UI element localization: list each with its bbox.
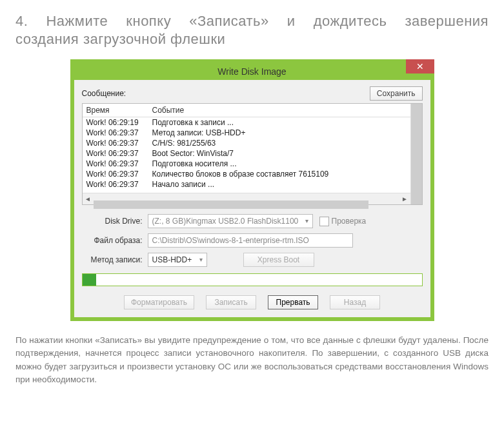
log-time: Work! 06:29:37 [86, 180, 152, 189]
close-icon: ✕ [416, 61, 424, 72]
file-image-label: Файл образа: [82, 236, 148, 245]
log-event: Начало записи ... [152, 180, 407, 189]
col-event-header[interactable]: Событие [152, 106, 407, 115]
scroll-left-icon[interactable]: ◄ [83, 193, 94, 204]
log-time: Work! 06:29:37 [86, 128, 152, 137]
scroll-right-icon[interactable]: ► [399, 193, 410, 204]
verify-checkbox[interactable] [319, 217, 329, 226]
chevron-down-icon: ▾ [305, 217, 308, 224]
log-row: Work! 06:29:37 C/H/S: 981/255/63 [83, 138, 410, 148]
log-row: Work! 06:29:19 Подготовка к записи ... [83, 117, 410, 128]
log-row: Work! 06:29:37 Boot Sector: WinVista/7 [83, 148, 410, 159]
window-title: Write Disk Image [74, 66, 430, 77]
log-time: Work! 06:29:37 [86, 149, 152, 158]
chevron-down-icon: ▾ [199, 256, 203, 263]
horizontal-scrollbar[interactable]: ◄ ► [83, 193, 410, 204]
log-row: Work! 06:29:37 Метод записи: USB-HDD+ [83, 128, 410, 138]
page-heading-line1: 4. Нажмите кнопку «Записать» и дождитесь… [15, 13, 489, 30]
log-time: Work! 06:29:19 [86, 118, 152, 127]
log-event: Метод записи: USB-HDD+ [152, 128, 407, 137]
log-body: Work! 06:29:19 Подготовка к записи ... W… [83, 117, 410, 193]
vscroll-thumb[interactable] [411, 104, 422, 204]
log-row: Work! 06:29:37 Количество блоков в образ… [83, 169, 410, 179]
method-value: USB-HDD+ [152, 255, 192, 264]
close-button[interactable]: ✕ [406, 59, 434, 73]
message-label: Сообщение: [82, 89, 126, 98]
log-time: Work! 06:29:37 [86, 170, 152, 179]
write-method-select[interactable]: USB-HDD+ ▾ [148, 253, 207, 267]
log-time: Work! 06:29:37 [86, 159, 152, 168]
log-event: Подготовка носителя ... [152, 159, 407, 168]
page-heading-line2: создания загрузочной флешки [15, 31, 489, 48]
format-button[interactable]: Форматировать [124, 295, 194, 309]
vertical-scrollbar[interactable] [410, 104, 422, 204]
method-label: Метод записи: [82, 255, 148, 264]
hscroll-thumb[interactable] [94, 200, 369, 209]
col-time-header[interactable]: Время [86, 106, 152, 115]
log-event: Подготовка к записи ... [152, 118, 407, 127]
file-image-input[interactable]: C:\Distrib\OS\windows-8-1-enterprise-rtm… [148, 233, 353, 248]
log-event: C/H/S: 981/255/63 [152, 139, 407, 148]
disk-drive-value: (Z:, 8 GB)Kingmax USB2.0 FlashDisk1100 [152, 217, 299, 226]
log-row: Work! 06:29:37 Подготовка носителя ... [83, 159, 410, 169]
log-panel: Время Событие Work! 06:29:19 Подготовка … [82, 103, 423, 205]
disk-drive-label: Disk Drive: [82, 217, 148, 226]
footer-paragraph: По нажатии кнопки «Записать» вы увидите … [15, 334, 489, 386]
file-image-value: C:\Distrib\OS\windows-8-1-enterprise-rtm… [152, 236, 309, 245]
log-time: Work! 06:29:37 [86, 139, 152, 148]
titlebar: Write Disk Image ✕ [74, 63, 430, 80]
xpress-boot-button[interactable]: Xpress Boot [243, 253, 314, 267]
write-button[interactable]: Записать [206, 295, 256, 309]
log-row: Work! 06:29:37 Начало записи ... [83, 179, 410, 190]
progress-bar [82, 273, 423, 286]
save-button[interactable]: Сохранить [370, 86, 423, 101]
progress-fill [83, 274, 96, 286]
back-button[interactable]: Назад [330, 295, 380, 309]
log-event: Boot Sector: WinVista/7 [152, 149, 407, 158]
log-event: Количество блоков в образе составляет 76… [152, 170, 407, 179]
disk-drive-select[interactable]: (Z:, 8 GB)Kingmax USB2.0 FlashDisk1100 ▾ [148, 214, 313, 228]
abort-button[interactable]: Прервать [268, 295, 318, 309]
verify-label: Проверка [332, 217, 367, 226]
write-disk-image-dialog: Write Disk Image ✕ Сообщение: Сохранить … [70, 59, 434, 321]
